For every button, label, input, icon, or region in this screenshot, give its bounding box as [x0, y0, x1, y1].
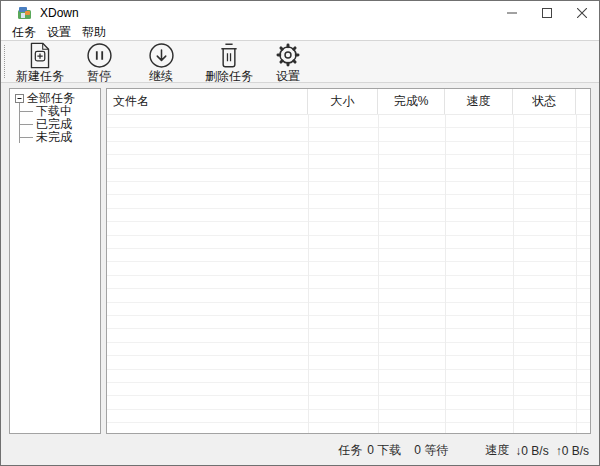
minus-box-icon[interactable] — [15, 94, 24, 103]
category-tree-panel: 全部任务 下载中 已完成 未完成 — [9, 88, 101, 434]
column-header-speed[interactable]: 速度 — [445, 89, 513, 114]
toolbar-gripper[interactable] — [4, 45, 5, 78]
column-header-filename[interactable]: 文件名 — [107, 89, 308, 114]
minimize-icon — [507, 8, 517, 18]
title-bar: XDown — [1, 1, 599, 24]
settings-button[interactable]: 设置 — [262, 41, 314, 82]
tree-children: 下载中 已完成 未完成 — [10, 105, 100, 144]
pause-label: 暂停 — [87, 70, 111, 82]
tree-item-downloading-label: 下载中 — [36, 104, 72, 118]
column-grid-line — [378, 115, 379, 433]
maximize-icon — [542, 8, 552, 18]
content-area: 全部任务 下载中 已完成 未完成 文件名 大小 完成% 速度 — [1, 83, 599, 436]
status-waiting-count: 0 等待 — [414, 442, 448, 459]
gear-icon — [275, 42, 301, 69]
app-icon — [17, 5, 32, 20]
new-task-button[interactable]: 新建任务 — [13, 41, 67, 82]
new-task-label: 新建任务 — [16, 70, 64, 82]
column-header-size[interactable]: 大小 — [308, 89, 378, 114]
delete-task-button[interactable]: 删除任务 — [198, 41, 260, 82]
document-plus-icon — [28, 42, 52, 69]
pause-button[interactable]: 暂停 — [71, 41, 127, 82]
menu-item-settings[interactable]: 设置 — [46, 24, 72, 41]
toolbar: 新建任务 暂停 继续 — [1, 40, 599, 83]
resume-label: 继续 — [149, 70, 173, 82]
status-download-speed: ↓0 B/s — [515, 444, 548, 458]
status-upload-speed: ↑0 B/s — [556, 444, 589, 458]
status-bar: 任务 0 下载 0 等待 速度 ↓0 B/s ↑0 B/s — [1, 436, 599, 465]
column-grid-line — [308, 115, 309, 433]
download-list-panel: 文件名 大小 完成% 速度 状态 — [106, 88, 591, 434]
settings-label: 设置 — [276, 70, 300, 82]
minimize-button[interactable] — [494, 1, 529, 24]
column-grid-line — [576, 115, 577, 433]
download-list-body[interactable] — [107, 115, 590, 433]
column-header-filler — [576, 89, 590, 114]
arrow-down-circle-icon — [148, 42, 175, 69]
menu-bar: 任务 设置 帮助 — [1, 24, 599, 40]
menu-item-help[interactable]: 帮助 — [81, 24, 107, 41]
window-title: XDown — [40, 6, 79, 20]
menu-item-tasks[interactable]: 任务 — [11, 24, 37, 41]
column-header-progress[interactable]: 完成% — [378, 89, 445, 114]
caption-buttons — [494, 1, 599, 24]
close-button[interactable] — [564, 1, 599, 24]
column-grid-line — [513, 115, 514, 433]
pause-circle-icon — [86, 42, 113, 69]
trash-icon — [216, 42, 242, 69]
xdown-window: XDown 任务 设置 帮助 — [0, 0, 600, 466]
status-downloading-count: 0 下载 — [367, 442, 401, 459]
download-list-header: 文件名 大小 完成% 速度 状态 — [107, 89, 590, 115]
maximize-button[interactable] — [529, 1, 564, 24]
column-grid-line — [445, 115, 446, 433]
status-tasks-label: 任务 — [338, 442, 362, 459]
resume-button[interactable]: 继续 — [133, 41, 189, 82]
status-speed-label: 速度 — [485, 442, 509, 459]
column-header-status[interactable]: 状态 — [513, 89, 576, 114]
close-icon — [577, 8, 587, 18]
tree-item-incomplete-label: 未完成 — [36, 130, 72, 144]
tree-item-completed-label: 已完成 — [36, 117, 72, 131]
tree-item-incomplete[interactable]: 未完成 — [10, 131, 100, 144]
delete-task-label: 删除任务 — [205, 70, 253, 82]
